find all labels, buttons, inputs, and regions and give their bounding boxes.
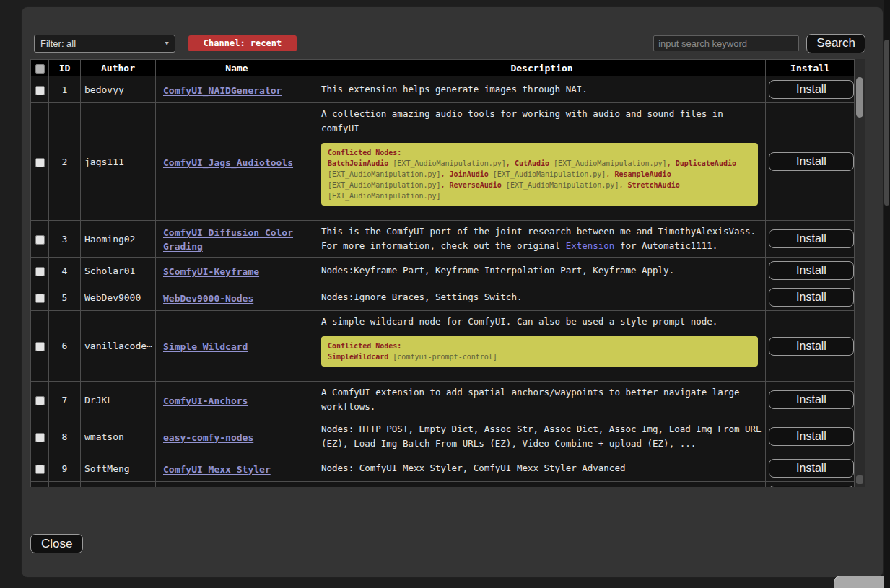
table-row: 8wmatsoneasy-comfy-nodesNodes: HTTP POST… (31, 418, 855, 455)
conflict-items: BatchJoinAudio [EXT_AudioManipulation.py… (328, 158, 751, 201)
node-name-link[interactable]: ComfyUI-Anchors (163, 395, 248, 406)
install-button[interactable]: Install (769, 337, 854, 356)
install-button[interactable]: Install (769, 459, 854, 478)
row-select-cell (31, 76, 49, 103)
row-checkbox[interactable] (35, 294, 45, 303)
row-checkbox[interactable] (35, 342, 45, 351)
table-row: 3Haoming02ComfyUI Diffusion Color Gradin… (31, 221, 855, 258)
row-select-cell (31, 418, 49, 455)
row-description-cell: Nodes:Keyframe Part, Keyframe Interpolat… (318, 258, 766, 284)
row-name-cell: SComfyUI-Keyframe (156, 258, 318, 284)
node-name-link[interactable]: ComfyUI_Mexx_Styler (163, 464, 271, 475)
row-description: This is the ComfyUI port of the joint re… (321, 224, 762, 253)
description-link[interactable]: Extension (566, 240, 615, 251)
install-button[interactable]: Install (769, 152, 854, 171)
row-description: Nodes:Keyframe Part, Keyframe Interpolat… (321, 263, 762, 278)
toolbar: Filter: all Channel: recent Search (34, 33, 865, 53)
row-checkbox[interactable] (35, 396, 45, 405)
install-button[interactable]: Install (769, 261, 854, 280)
row-id: 9 (49, 455, 81, 482)
install-cell: Install (766, 311, 855, 382)
row-name-cell: WebDev9000-Nodes (156, 284, 318, 311)
row-id: 1 (49, 76, 81, 103)
conflicted-nodes-box: Conflicted Nodes:SimpleWildcard [comfyui… (321, 336, 758, 367)
filter-select[interactable]: Filter: all (34, 35, 175, 53)
row-name-cell: ComfyUI-Anchors (156, 382, 318, 418)
install-button[interactable]: Install (769, 486, 854, 487)
row-author: Scholar01 (81, 258, 156, 284)
row-description: Nodes:Ignore Braces, Settings Switch. (321, 290, 762, 304)
install-button[interactable]: Install (769, 427, 854, 446)
header-author: Author (81, 60, 156, 76)
select-all-checkbox[interactable] (35, 64, 45, 74)
row-select-cell (31, 482, 49, 488)
row-select-cell (31, 455, 49, 482)
node-name-link[interactable]: ComfyUI_Jags_Audiotools (163, 157, 293, 168)
nodes-table-body: 1bedovyyComfyUI_NAIDGeneratorThis extens… (31, 76, 855, 488)
row-select-cell (31, 311, 49, 382)
install-button[interactable]: Install (769, 80, 854, 99)
close-button[interactable]: Close (30, 534, 83, 553)
install-cell: Install (766, 258, 855, 284)
table-row: 1bedovyyComfyUI_NAIDGeneratorThis extens… (31, 76, 855, 103)
conflict-source: [EXT_AudioManipulation.py] (502, 181, 619, 189)
install-button[interactable]: Install (769, 390, 854, 409)
row-description: A collection amazing audio tools for wor… (321, 107, 762, 136)
node-name-link[interactable]: SComfyUI-Keyframe (163, 266, 259, 277)
row-id: 4 (49, 258, 81, 284)
row-description-cell: A collection amazing audio tools for wor… (318, 103, 766, 221)
conflict-source: [EXT_AudioManipulation.py] (489, 170, 606, 178)
page-scrollbar-thumb[interactable] (884, 40, 889, 206)
row-description: Nodes: ComfyUI Mexx Styler, ComfyUI Mexx… (321, 461, 762, 475)
table-row: 9SoftMengComfyUI_Mexx_StylerNodes: Comfy… (31, 455, 855, 482)
row-description: This extension helps generate images thr… (321, 82, 762, 97)
table-row: 7DrJKLComfyUI-AnchorsA ComfyUI extension… (31, 382, 855, 418)
node-name-link[interactable]: ComfyUI Diffusion Color Grading (163, 227, 293, 252)
row-checkbox[interactable] (35, 158, 45, 167)
table-scrollbar-thumb[interactable] (856, 77, 863, 118)
conflict-source: [comfyui-prompt-control] (388, 353, 497, 361)
conflict-source: [EXT_AudioManipulation.py] (549, 159, 667, 167)
row-author: zcfrank1st (81, 482, 156, 488)
row-checkbox[interactable] (35, 235, 45, 245)
table-scrollbar[interactable] (854, 59, 865, 487)
row-description-cell: This extension helps generate images thr… (318, 76, 766, 103)
conflict-source: [EXT_AudioManipulation.py] (328, 192, 441, 200)
search-button[interactable]: Search (806, 34, 865, 53)
row-checkbox[interactable] (35, 433, 45, 442)
row-checkbox[interactable] (35, 86, 45, 95)
install-cell: Install (766, 103, 855, 221)
header-select (31, 60, 49, 76)
node-name-link[interactable]: ComfyUI_NAIDGenerator (163, 85, 282, 96)
header-name: Name (156, 60, 318, 76)
install-button[interactable]: Install (769, 229, 854, 248)
row-checkbox[interactable] (35, 267, 45, 276)
row-author: bedovyy (81, 76, 156, 103)
install-button[interactable]: Install (769, 288, 854, 307)
partial-hidden-button[interactable] (834, 576, 890, 588)
row-description-cell: A simple wildcard node for ComfyUI. Can … (318, 311, 766, 382)
install-custom-nodes-dialog: Filter: all Channel: recent Search ID Au… (22, 7, 883, 577)
row-name-cell: ComfyUI_Jags_Audiotools (156, 103, 318, 221)
row-description-cell: A ComfyUI extension to add spatial ancho… (318, 382, 766, 418)
row-author: vanillacode⋯ (81, 311, 156, 382)
conflict-title: Conflicted Nodes: (328, 147, 751, 158)
node-name-link[interactable]: Simple Wildcard (163, 341, 248, 352)
install-cell: Install (766, 418, 855, 455)
conflict-source: [EXT_AudioManipulation.py] (388, 159, 506, 167)
row-select-cell (31, 103, 49, 221)
page-scrollbar[interactable] (884, 0, 890, 588)
row-author: wmatson (81, 418, 156, 455)
row-description: A ComfyUI extension to add spatial ancho… (321, 385, 762, 414)
custom-nodes-table: ID Author Name Description Install 1bedo… (30, 59, 865, 487)
node-name-link[interactable]: easy-comfy-nodes (163, 432, 253, 443)
row-select-cell (31, 382, 49, 418)
channel-badge: Channel: recent (188, 35, 297, 51)
row-select-cell (31, 221, 49, 258)
search-input[interactable] (653, 35, 799, 51)
install-cell: Install (766, 455, 855, 482)
table-row: 5WebDev9000WebDev9000-NodesNodes:Ignore … (31, 284, 855, 311)
row-checkbox[interactable] (35, 465, 45, 474)
row-description: Nodes: HTTP POST, Empty Dict, Assoc Str,… (321, 422, 762, 451)
node-name-link[interactable]: WebDev9000-Nodes (163, 293, 253, 304)
